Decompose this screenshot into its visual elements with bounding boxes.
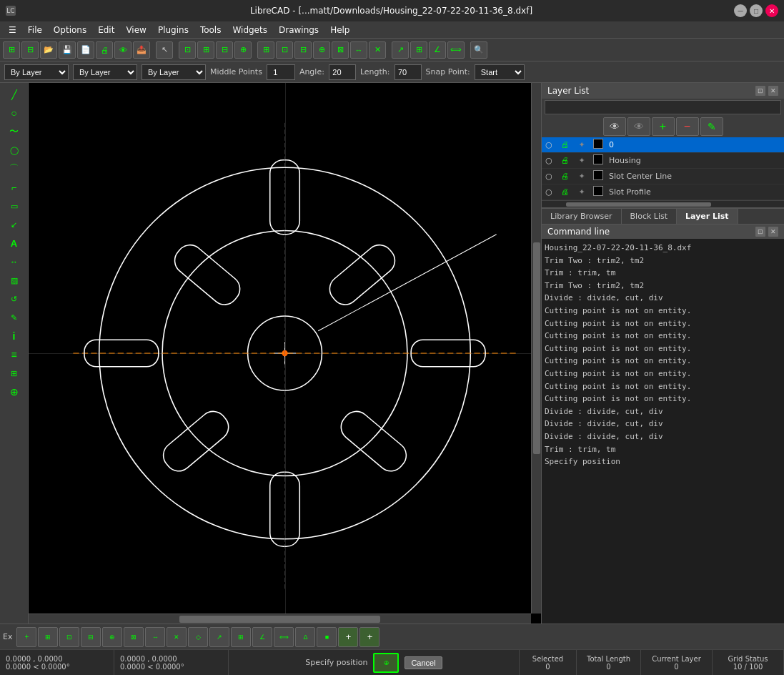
restrict-ortho-btn[interactable]: ⊞: [231, 627, 251, 647]
add1-btn[interactable]: +: [338, 627, 358, 647]
layer-tool[interactable]: ≡: [4, 346, 25, 363]
export-button[interactable]: 📤: [133, 41, 150, 59]
layer-row[interactable]: ○ 🖨 ✦ Housing: [542, 153, 784, 169]
layer-row[interactable]: ○ 🖨 ✦ 0: [542, 137, 784, 153]
rect-tool[interactable]: ▭: [4, 197, 25, 215]
menu-plugins[interactable]: Plugins: [152, 24, 194, 36]
cmd-float[interactable]: ⊡: [755, 227, 765, 237]
lineweight-select[interactable]: By Layer: [73, 64, 137, 80]
snap-middle-button[interactable]: ⊠: [332, 41, 349, 59]
snap-on-entity-button[interactable]: ⊟: [294, 41, 312, 59]
circle-tool[interactable]: ○: [4, 104, 25, 122]
menu-widgets[interactable]: Widgets: [227, 24, 273, 36]
transform-tool[interactable]: ↺: [4, 290, 25, 307]
zoom-window-button[interactable]: ⊡: [179, 41, 196, 59]
block-tool[interactable]: ⊞: [4, 365, 25, 382]
snap-distance-button[interactable]: ↔: [350, 41, 367, 59]
menu-view[interactable]: View: [120, 24, 152, 36]
tab-library-browser[interactable]: Library Browser: [542, 209, 622, 224]
print-button[interactable]: 🖨: [96, 41, 113, 59]
open-button[interactable]: 📂: [40, 41, 57, 59]
zoom-tool-button[interactable]: 🔍: [470, 41, 487, 59]
snap-intersection-button[interactable]: ✕: [369, 41, 386, 59]
menu-icon[interactable]: ☰: [3, 24, 22, 36]
line-tool[interactable]: ╱: [4, 86, 25, 103]
layer-row[interactable]: ○ 🖨 ✦ Slot Center Line: [542, 169, 784, 184]
maximize-button[interactable]: □: [750, 4, 763, 17]
new-template-button[interactable]: ⊟: [21, 41, 39, 59]
midpoints-input[interactable]: [267, 64, 295, 80]
left-tool-panel: ╱ ○ 〜 ◯ ⌒ ⌐ ▭ ↙ A ↔ ▨ ↺ ✎ i ≡ ⊞ ⊕: [0, 83, 29, 624]
layer-search-input[interactable]: [545, 100, 781, 114]
save-button[interactable]: 💾: [59, 41, 76, 59]
snap-end-btn[interactable]: ⊡: [59, 627, 79, 647]
insert-tool[interactable]: ↙: [4, 216, 25, 233]
drawing-canvas[interactable]: [29, 83, 541, 624]
cmd-close[interactable]: ✕: [768, 227, 778, 237]
linetype-select[interactable]: By Layer: [142, 64, 206, 80]
minimize-button[interactable]: ─: [734, 4, 747, 17]
snap-point-tool[interactable]: ⊕: [4, 383, 25, 400]
snap-middle-btn[interactable]: ⊠: [124, 627, 144, 647]
layer-panel-close[interactable]: ✕: [768, 86, 778, 96]
polyline-tool[interactable]: ⌐: [4, 179, 25, 196]
zoom-fit-button[interactable]: ⊞: [197, 41, 214, 59]
tab-layer-list[interactable]: Layer List: [677, 209, 738, 224]
ellipse-tool[interactable]: ◯: [4, 142, 25, 159]
edit-layer-button[interactable]: ✎: [700, 117, 723, 136]
snap-free-btn[interactable]: +: [16, 627, 36, 647]
snap-center-btn[interactable]: ⊕: [102, 627, 122, 647]
dimension-tool[interactable]: ↔: [4, 253, 25, 270]
menu-tools[interactable]: Tools: [194, 24, 227, 36]
new-button[interactable]: ⊞: [3, 41, 20, 59]
layer-panel-float[interactable]: ⊡: [755, 86, 765, 96]
zoom-pan-button[interactable]: ⊕: [234, 41, 252, 59]
color-select[interactable]: By Layer: [4, 64, 69, 80]
restrict-magnitudes-button[interactable]: ⟺: [447, 41, 465, 59]
show-all-layers[interactable]: 👁: [603, 117, 626, 136]
print-preview-button[interactable]: 👁: [114, 41, 132, 59]
snap-intersection-btn[interactable]: ✕: [167, 627, 187, 647]
save-as-button[interactable]: 📄: [77, 41, 94, 59]
text-tool[interactable]: A: [4, 235, 25, 252]
modify-tool[interactable]: ✎: [4, 309, 25, 326]
cancel-button[interactable]: Cancel: [405, 656, 442, 669]
angle-input[interactable]: [329, 64, 356, 80]
restrict-angle-button[interactable]: ∠: [429, 41, 446, 59]
remove-layer-button[interactable]: −: [676, 117, 699, 136]
restrict-angle-btn[interactable]: ∠: [252, 627, 272, 647]
hide-all-layers[interactable]: 👁: [627, 117, 650, 136]
restrict-nothing-button[interactable]: ↗: [392, 41, 409, 59]
info-tool[interactable]: i: [4, 327, 25, 345]
snap-point-select[interactable]: Start: [475, 64, 525, 80]
restrict-nothing-btn[interactable]: ↗: [209, 627, 229, 647]
snap-center-button[interactable]: ⊕: [313, 41, 330, 59]
restrict-magnitudes-btn[interactable]: ⟺: [274, 627, 294, 647]
menu-help[interactable]: Help: [324, 24, 355, 36]
snap-on-entity-btn[interactable]: ⊟: [81, 627, 101, 647]
current-layer-display[interactable]: ■: [317, 627, 337, 647]
snap-endpoint-button[interactable]: ⊡: [276, 41, 293, 59]
layer-scrollbar[interactable]: [542, 200, 784, 207]
pointer-button[interactable]: ↖: [156, 41, 173, 59]
menu-edit[interactable]: Edit: [92, 24, 120, 36]
length-input[interactable]: [395, 64, 422, 80]
snap-distance-btn[interactable]: ↔: [145, 627, 165, 647]
curve-tool[interactable]: 〜: [4, 123, 25, 140]
menu-drawings[interactable]: Drawings: [273, 24, 324, 36]
layer-row[interactable]: ○ 🖨 ✦ Slot Profile: [542, 184, 784, 200]
zoom-in-button[interactable]: ⊟: [216, 41, 233, 59]
arc-tool[interactable]: ⌒: [4, 160, 25, 177]
relative-btn[interactable]: Δ: [295, 627, 315, 647]
menu-file[interactable]: File: [22, 24, 48, 36]
tab-block-list[interactable]: Block List: [622, 209, 677, 224]
add-layer-button[interactable]: +: [652, 117, 675, 136]
hatch-tool[interactable]: ▨: [4, 272, 25, 289]
add2-btn[interactable]: +: [359, 627, 379, 647]
snap-grid-btn[interactable]: ⊞: [38, 627, 58, 647]
snap-reference-btn[interactable]: ◇: [188, 627, 208, 647]
snap-grid-button[interactable]: ⊞: [257, 41, 274, 59]
close-button[interactable]: ✕: [765, 4, 778, 17]
restrict-ortho-button[interactable]: ⊞: [410, 41, 427, 59]
menu-options[interactable]: Options: [48, 24, 92, 36]
